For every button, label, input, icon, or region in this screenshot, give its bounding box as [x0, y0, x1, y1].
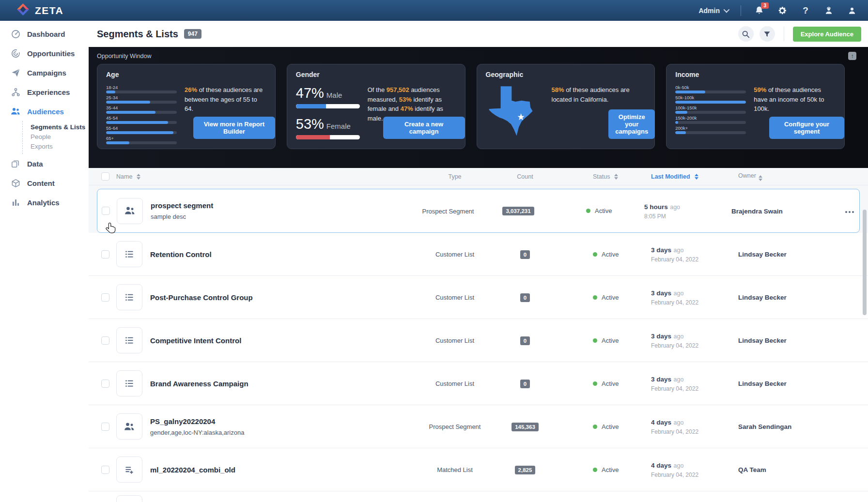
column-header-type[interactable]: Type: [448, 173, 461, 180]
table-row[interactable]: PS_galny20220204 gender,age,loc-NY:alask…: [89, 405, 868, 448]
sidebar-item-experiences[interactable]: Experiences: [0, 82, 89, 102]
column-header-last-modified[interactable]: Last Modified: [651, 173, 690, 180]
row-actions-kebab-icon[interactable]: [844, 208, 855, 216]
table-row[interactable]: prospect segment sample desc Prospect Se…: [97, 189, 860, 233]
row-owner: Lindsay Becker: [738, 294, 787, 301]
sidebar-item-label: Dashboard: [27, 30, 65, 38]
row-modified-detail: February 04, 2022: [651, 386, 698, 392]
row-name[interactable]: Retention Control: [150, 250, 212, 259]
customer-list-icon: [116, 370, 142, 396]
row-count-badge: 0: [520, 336, 530, 345]
table-row[interactable]: ml_20220204_combi_old Matched List 2,825…: [89, 448, 868, 491]
total-count-badge: 947: [184, 29, 202, 39]
admin-menu[interactable]: Admin: [698, 7, 728, 15]
row-name[interactable]: Competitive Intent Control: [150, 336, 241, 345]
column-header-owner[interactable]: Owner: [738, 172, 756, 179]
table-row[interactable]: Brand Awareness Campaign Customer List 0…: [89, 362, 868, 405]
row-status: Active: [595, 207, 612, 214]
sidebar-item-dashboard[interactable]: Dashboard: [0, 24, 89, 44]
opportunity-window-title: Opportunity Window: [97, 53, 860, 60]
scrollbar-thumb[interactable]: [863, 210, 867, 315]
texas-map: [486, 85, 544, 139]
profile-user-icon[interactable]: [847, 5, 857, 16]
row-checkbox[interactable]: [101, 293, 109, 302]
sidebar-item-campaigns[interactable]: Campaigns: [0, 63, 89, 82]
row-type: Prospect Segment: [422, 208, 474, 215]
row-description: sample desc: [151, 213, 213, 220]
search-button[interactable]: [738, 26, 754, 42]
geographic-card: Geographic 58% of these audiences are lo…: [477, 64, 655, 149]
row-modified: 5 hours: [644, 203, 668, 211]
geo-highlight: 58%: [552, 86, 564, 93]
customer-list-icon: [116, 284, 142, 310]
report-builder-button[interactable]: View more in Report Builder: [193, 117, 275, 139]
table-row[interactable]: Competitive Intent Control Customer List…: [89, 319, 868, 362]
row-modified-detail: February 04, 2022: [651, 429, 698, 435]
row-type: Matched List: [437, 466, 473, 473]
column-header-name[interactable]: Name: [116, 173, 132, 180]
row-name[interactable]: Brand Awareness Campaign: [150, 380, 248, 388]
status-dot: [593, 468, 597, 472]
explore-audience-button[interactable]: Explore Audience: [793, 27, 861, 42]
row-status: Active: [602, 337, 619, 344]
row-type: Customer List: [435, 337, 474, 344]
row-modified-detail: February 04, 2022: [651, 257, 698, 262]
sidebar-item-data[interactable]: Data: [0, 154, 89, 173]
sort-icon[interactable]: [614, 174, 618, 180]
row-modified: 3 days: [651, 246, 671, 254]
row-checkbox[interactable]: [101, 466, 109, 474]
age-bar-fill: [106, 121, 168, 124]
column-header-count[interactable]: Count: [517, 173, 533, 180]
zeta-logo[interactable]: ZETA: [16, 3, 63, 18]
sidebar-item-exports[interactable]: Exports: [31, 141, 89, 151]
sidebar-item-segments-lists[interactable]: Segments & Lists: [31, 122, 89, 132]
sidebar-item-audiences[interactable]: Audiences: [0, 102, 89, 121]
income-bar-chart: 0k-50k 50k-100k 100k-150k 150k-200k 200k…: [675, 85, 746, 136]
row-owner: QA Team: [738, 466, 766, 473]
age-bar-fill: [106, 101, 150, 104]
sort-icon[interactable]: [137, 174, 140, 180]
sort-icon[interactable]: [759, 175, 762, 181]
female-percent: 53%: [296, 116, 324, 132]
row-modified: 3 days: [651, 333, 671, 340]
settings-gear-icon[interactable]: [777, 5, 788, 16]
row-name[interactable]: PS_galny20220204: [150, 417, 244, 426]
row-checkbox[interactable]: [102, 207, 110, 215]
row-owner: Sarah Sendingan: [738, 423, 791, 430]
select-all-checkbox[interactable]: [101, 172, 109, 181]
top-navbar: ZETA Admin 3 ?: [0, 0, 868, 21]
prospect-segment-icon: [116, 413, 142, 440]
gender-card: Gender 47%Male 53%Female Of the 957,502 …: [287, 64, 465, 149]
row-name[interactable]: Post-Purchase Control Group: [150, 293, 253, 302]
income-bar-label: 0k-50k: [675, 85, 746, 90]
row-count-badge: 2,825: [515, 466, 536, 474]
column-header-status[interactable]: Status: [593, 173, 610, 180]
row-name[interactable]: prospect segment: [151, 201, 213, 210]
sidebar-item-people[interactable]: People: [31, 132, 89, 141]
sidebar-item-opportunities[interactable]: Opportunities: [0, 44, 89, 63]
age-bar-label: 25-34: [106, 95, 177, 100]
help-icon[interactable]: ?: [800, 5, 811, 16]
row-checkbox[interactable]: [101, 423, 109, 431]
row-checkbox[interactable]: [101, 380, 109, 388]
income-bar-fill: [675, 101, 746, 104]
agent-user-icon[interactable]: [823, 5, 834, 16]
filter-button[interactable]: [760, 26, 775, 42]
sidebar-item-analytics[interactable]: Analytics: [0, 193, 89, 212]
sidebar-item-content[interactable]: Content: [0, 173, 89, 193]
table-row[interactable]: Retention Control Customer List 0 Active…: [89, 233, 868, 276]
configure-segment-button[interactable]: Configure your segment: [769, 117, 844, 139]
row-name[interactable]: ml_20220204_combi_old: [150, 466, 235, 474]
optimize-campaigns-button[interactable]: Optimize your campaigns: [608, 109, 655, 139]
create-campaign-button[interactable]: Create a new campaign: [383, 117, 465, 139]
row-checkbox[interactable]: [101, 336, 109, 345]
sort-icon[interactable]: [695, 174, 698, 180]
notifications-bell-icon[interactable]: 3: [754, 5, 764, 16]
customer-list-icon: [116, 241, 142, 267]
row-checkbox[interactable]: [101, 250, 109, 259]
age-card: Age 18-24 25-34 35-44 45-54 55-64 65+ 26…: [97, 64, 276, 149]
age-bar-label: 45-54: [106, 116, 177, 121]
paper-plane-icon: [11, 68, 20, 77]
table-row[interactable]: Post-Purchase Control Group Customer Lis…: [89, 276, 868, 319]
collapse-panel-icon[interactable]: ↑: [848, 52, 856, 60]
